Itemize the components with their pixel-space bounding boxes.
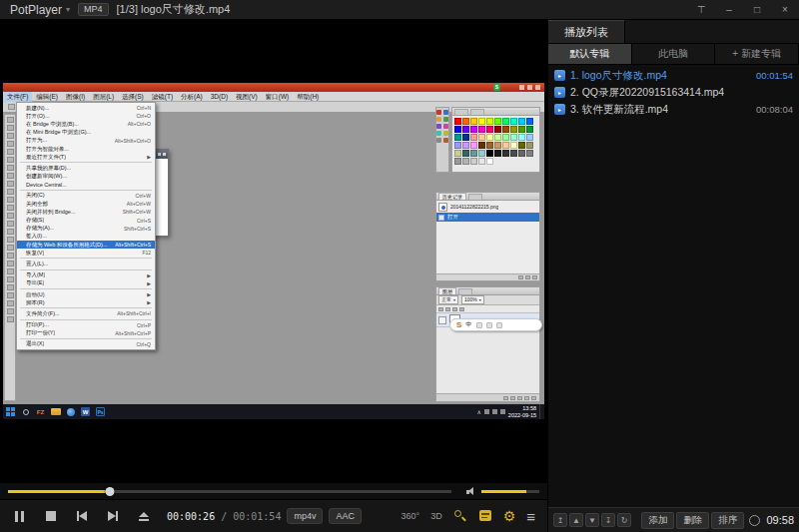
file-menu-item: 打开(O)...Ctrl+O (17, 112, 155, 120)
color-swatch (494, 134, 501, 141)
layers-panel: 图层 正常 ▾ 100% ▾ (435, 286, 540, 402)
maximize-icon (158, 153, 161, 156)
video-codec-badge[interactable]: mp4v (287, 508, 323, 524)
file-menu-item: 共享我的屏幕(D)... (17, 164, 155, 172)
file-menu-item: 创建新审阅(W)... (17, 173, 155, 181)
taskbar-time: 13:58 (508, 405, 536, 412)
close-button[interactable]: × (771, 0, 799, 20)
volume-slider[interactable] (481, 490, 539, 493)
playlist-item[interactable]: ▸3. 软件更新流程.mp400:08:04 (548, 101, 799, 118)
album-tab[interactable]: 此电脑 (632, 44, 716, 64)
seek-progress (8, 490, 110, 493)
menu-item-label: 文件简介(F)... (26, 310, 60, 317)
reorder-button[interactable]: ▲ (569, 513, 583, 527)
menu-item-shortcut: ▶ (141, 280, 151, 286)
banner-button-icon (519, 85, 524, 90)
seek-knob[interactable] (106, 487, 115, 496)
file-menu-item: 退出(X)Ctrl+Q (17, 340, 155, 348)
tool-icon (7, 284, 14, 290)
color-swatch (502, 134, 509, 141)
color-swatch (470, 134, 477, 141)
scene-search-icon[interactable] (453, 509, 467, 523)
file-menu-item: 打开为...Alt+Shift+Ctrl+O (17, 137, 155, 145)
menu-item-shortcut: F12 (136, 250, 151, 256)
file-menu-item: 在 Mini Bridge 中浏览(G)... (17, 129, 155, 137)
color-swatch (526, 150, 533, 157)
previous-button[interactable] (66, 500, 97, 532)
reorder-button[interactable]: ↻ (617, 513, 631, 527)
tool-icon (7, 149, 14, 155)
menu-item-label: 创建新审阅(W)... (26, 173, 67, 180)
taskbar-date: 2022-09-15 (508, 412, 536, 419)
album-tab[interactable]: 默认专辑 (548, 44, 632, 64)
color-swatch (454, 158, 461, 165)
panel-icon-strip (435, 107, 449, 173)
pause-button[interactable] (4, 500, 35, 532)
reorder-button[interactable]: ↧ (601, 513, 615, 527)
menu-item-shortcut: Alt+Shift+Ctrl+O (109, 138, 151, 144)
color-swatch (470, 150, 477, 157)
video-area[interactable]: S 文件(F)编辑(E)图像(I)图层(L)选择(S)滤镜(T)分析(A)3D(… (0, 20, 547, 483)
menu-item-label: 导入(M) (26, 271, 45, 278)
panel-footer (436, 273, 539, 280)
menu-item-label: 存储为(A)... (26, 225, 54, 232)
tool-icon (7, 205, 14, 211)
reorder-button[interactable]: ↥ (553, 513, 567, 527)
maximize-button[interactable]: □ (743, 0, 771, 20)
playlist-item[interactable]: ▸1. logo尺寸修改.mp400:01:54 (548, 67, 799, 84)
volume-icon[interactable] (466, 487, 476, 496)
repeat-icon[interactable] (749, 515, 760, 526)
ps-menu-item: 滤镜(T) (148, 92, 177, 102)
tool-icon (7, 229, 14, 235)
playlist-tab[interactable]: 播放列表 (548, 20, 625, 43)
sort-button[interactable]: 排序 (711, 512, 744, 529)
settings-gear-icon[interactable]: ⚙ (503, 509, 516, 523)
color-swatch (494, 150, 501, 157)
ps-menu-item: 3D(D) (207, 92, 232, 102)
total-duration: 00:01:54 (233, 511, 281, 522)
album-tab[interactable]: + 新建专辑 (715, 44, 799, 64)
menu-item-shortcut: Alt+Shift+Ctrl+I (111, 310, 151, 316)
ps-menu-item: 窗口(W) (262, 92, 293, 102)
menu-item-shortcut: ▶ (141, 299, 151, 305)
audio-codec-badge[interactable]: AAC (329, 508, 362, 524)
ime-icon (486, 322, 492, 328)
app-menu-button[interactable]: PotPlayer ▾ (10, 3, 70, 17)
panel-tab (470, 109, 484, 115)
next-button[interactable] (97, 500, 128, 532)
menu-item-shortcut: Alt+Ctrl+W (121, 201, 151, 207)
minimize-button[interactable]: – (715, 0, 743, 20)
current-time: 00:00:26 (167, 511, 215, 522)
color-swatch (510, 150, 517, 157)
stop-button[interactable] (35, 500, 66, 532)
time-separator: / (215, 511, 233, 522)
folder-icon (48, 404, 63, 419)
menu-separator (20, 162, 152, 163)
playlist-item[interactable]: ▸2. QQ录屏20220915163414.mp4 (548, 84, 799, 101)
vr-360-button[interactable]: 360° (401, 511, 420, 521)
menu-item-shortcut: ▶ (141, 272, 151, 278)
reorder-button[interactable]: ▼ (585, 513, 599, 527)
pin-icon[interactable]: ⊤ (687, 0, 715, 20)
playlist-item-duration: 00:08:04 (756, 104, 793, 115)
add-button[interactable]: 添加 (641, 512, 674, 529)
subtitle-icon[interactable] (478, 509, 492, 523)
menu-item-label: 导出(E) (26, 279, 44, 286)
color-swatch (494, 142, 501, 149)
open-file-button[interactable] (128, 500, 159, 532)
delete-button[interactable]: 删除 (676, 512, 709, 529)
media-file-icon: ▸ (554, 104, 565, 115)
tool-icon (7, 213, 14, 219)
3d-button[interactable]: 3D (430, 511, 442, 521)
color-swatch (454, 118, 461, 125)
menu-item-label: 最近打开文件(T) (26, 154, 66, 161)
seek-bar[interactable] (8, 490, 451, 493)
color-swatch (462, 126, 469, 133)
color-swatch (454, 150, 461, 157)
playlist-toggle-icon[interactable]: ≡ (526, 509, 535, 524)
history-tab: 历史记录 (438, 193, 466, 200)
menu-item-label: 在 Bridge 中浏览(B)... (26, 121, 79, 128)
menu-item-label: 打开为智能对象... (26, 146, 69, 153)
tool-icon (7, 316, 14, 322)
menu-item-label: 新建(N)... (26, 105, 49, 112)
